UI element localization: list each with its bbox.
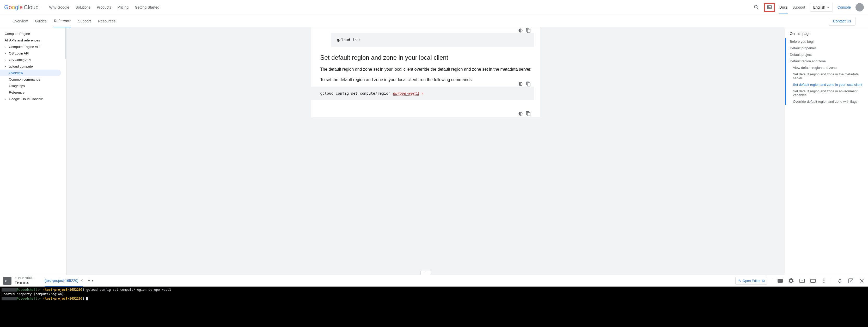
- add-tab-button[interactable]: + ▼: [88, 278, 94, 284]
- code-param[interactable]: europe-west1: [393, 91, 419, 96]
- toc-item[interactable]: Default project: [785, 51, 863, 58]
- nav-getting-started[interactable]: Getting Started: [135, 5, 159, 9]
- google-cloud-logo[interactable]: Google Cloud: [4, 4, 39, 11]
- svg-rect-0: [767, 5, 771, 9]
- minimize-icon[interactable]: [837, 278, 843, 284]
- subnav-support[interactable]: Support: [78, 15, 91, 27]
- open-new-window-icon[interactable]: [848, 278, 854, 284]
- cloud-shell-header: >_ CLOUD SHELL Terminal (test-project-16…: [0, 275, 868, 287]
- pencil-icon: ✎: [738, 279, 741, 283]
- sidebar-gcloud-compute[interactable]: ▾gcloud compute: [0, 63, 66, 70]
- content-wrap[interactable]: gcloud init Set default region and zone …: [66, 27, 784, 275]
- search-icon[interactable]: [753, 4, 760, 10]
- nav-solutions[interactable]: Solutions: [75, 5, 91, 9]
- close-icon[interactable]: [859, 278, 865, 284]
- subnav-resources[interactable]: Resources: [98, 15, 116, 27]
- cloud-shell-overline: CLOUD SHELL: [14, 277, 34, 280]
- theme-toggle-icon[interactable]: [518, 81, 523, 87]
- header-right: Docs Support English ▼ Console: [753, 3, 864, 12]
- svg-rect-3: [811, 279, 815, 283]
- top-header: Google Cloud Why Google Solutions Produc…: [0, 0, 868, 15]
- toc-item[interactable]: Before you begin: [785, 38, 863, 45]
- svg-point-5: [824, 278, 825, 279]
- cloud-shell-tab[interactable]: (test-project-165220) ×: [44, 275, 83, 287]
- open-editor-button[interactable]: ✎ Open Editor ⧉: [735, 277, 767, 285]
- svg-point-6: [824, 280, 825, 281]
- toc-item[interactable]: Set default region and zone in the metad…: [785, 71, 863, 81]
- top-nav: Why Google Solutions Products Pricing Ge…: [49, 5, 159, 9]
- cloud-shell-title: Terminal: [14, 280, 34, 285]
- sidebar-left[interactable]: Compute Engine All APIs and references ▸…: [0, 27, 66, 275]
- keyboard-icon[interactable]: [777, 278, 783, 284]
- toc-item[interactable]: Set default region and zone in environme…: [785, 88, 863, 98]
- gear-icon[interactable]: [788, 278, 794, 284]
- web-preview-icon[interactable]: [799, 278, 805, 284]
- section-heading: Set default region and zone in your loca…: [320, 54, 534, 61]
- subnav-overview[interactable]: Overview: [12, 15, 28, 27]
- language-selector[interactable]: English ▼: [810, 3, 833, 12]
- docs-link[interactable]: Docs: [779, 5, 788, 14]
- more-vert-icon[interactable]: [821, 278, 827, 284]
- sidebar-common-commands[interactable]: Common commands: [0, 76, 66, 83]
- sidebar-os-config-api[interactable]: ▸OS Config API: [0, 57, 66, 63]
- language-label: English: [813, 5, 825, 9]
- caret-right-icon: ▸: [5, 52, 8, 55]
- close-icon[interactable]: ×: [81, 278, 83, 283]
- contact-us-button[interactable]: Contact Us: [829, 17, 856, 26]
- support-link[interactable]: Support: [793, 5, 805, 9]
- plus-icon: +: [88, 278, 90, 284]
- main-area: Compute Engine All APIs and references ▸…: [0, 27, 868, 275]
- sidebar-all-apis[interactable]: All APIs and references: [0, 37, 66, 43]
- nav-why-google[interactable]: Why Google: [49, 5, 69, 9]
- paragraph-1: The default region and zone set in your …: [320, 66, 534, 73]
- edit-icon[interactable]: ✎: [421, 91, 423, 95]
- code-block-gcloud-init: gcloud init: [331, 33, 534, 47]
- separator: [832, 278, 832, 284]
- caret-right-icon: ▸: [5, 58, 8, 61]
- copy-icon[interactable]: [526, 81, 531, 87]
- caret-right-icon: ▸: [5, 97, 8, 100]
- sidebar-usage-tips[interactable]: Usage tips: [0, 83, 66, 89]
- toc-item[interactable]: View default region and zone: [785, 64, 863, 71]
- terminal-cursor: [86, 297, 88, 300]
- nav-pricing[interactable]: Pricing: [117, 5, 128, 9]
- copy-icon[interactable]: [526, 111, 531, 116]
- caret-right-icon: ▸: [5, 46, 8, 48]
- svg-point-7: [824, 282, 825, 283]
- code-block-set-region: gcloud config set compute/region europe-…: [311, 87, 534, 100]
- subnav-reference[interactable]: Reference: [54, 15, 71, 27]
- sidebar-compute-engine-api[interactable]: ▸Compute Engine API: [0, 43, 66, 50]
- sidebar-overview[interactable]: Overview: [0, 70, 61, 76]
- toc-item[interactable]: Override default region and zone with fl…: [785, 98, 863, 105]
- theme-toggle-icon[interactable]: [518, 111, 523, 116]
- avatar[interactable]: [856, 3, 864, 11]
- logo-cloud-text: Cloud: [24, 4, 38, 11]
- chevron-down-icon: ▼: [827, 6, 830, 9]
- paragraph-2: To set the default region and zone in yo…: [320, 77, 534, 83]
- article-content: gcloud init Set default region and zone …: [311, 27, 540, 117]
- cloud-shell-toggle-icon[interactable]: [764, 3, 775, 12]
- sidebar-right-toc: On this page Before you begin Default pr…: [784, 27, 868, 275]
- code-text: gcloud init: [337, 38, 361, 42]
- terminal-icon: >_: [3, 277, 11, 285]
- nav-products[interactable]: Products: [97, 5, 111, 9]
- caret-down-icon: ▾: [5, 65, 8, 68]
- toc-item-active[interactable]: Set default region and zone in your loca…: [785, 81, 863, 88]
- toc-item[interactable]: Default region and zone: [785, 58, 863, 64]
- chevron-down-icon: ▼: [92, 279, 94, 282]
- theme-toggle-icon[interactable]: [518, 28, 523, 33]
- resize-handle-icon[interactable]: —: [421, 270, 431, 275]
- terminal-output[interactable]: @cloudshell:~ (test-project-165220)$ gcl…: [0, 287, 868, 327]
- code-prefix: gcloud config set compute/region: [320, 91, 393, 95]
- sidebar-compute-engine[interactable]: Compute Engine: [0, 31, 66, 37]
- open-editor-label: Open Editor: [743, 279, 761, 283]
- subnav-guides[interactable]: Guides: [35, 15, 46, 27]
- devices-icon[interactable]: [810, 278, 816, 284]
- sidebar-google-cloud-console[interactable]: ▸Google Cloud Console: [0, 96, 66, 102]
- sidebar-os-login-api[interactable]: ▸OS Login API: [0, 50, 66, 57]
- console-link[interactable]: Console: [837, 5, 851, 9]
- svg-point-2: [802, 280, 803, 281]
- sidebar-reference[interactable]: Reference: [0, 89, 66, 96]
- copy-icon[interactable]: [526, 28, 531, 33]
- toc-item[interactable]: Default properties: [785, 45, 863, 51]
